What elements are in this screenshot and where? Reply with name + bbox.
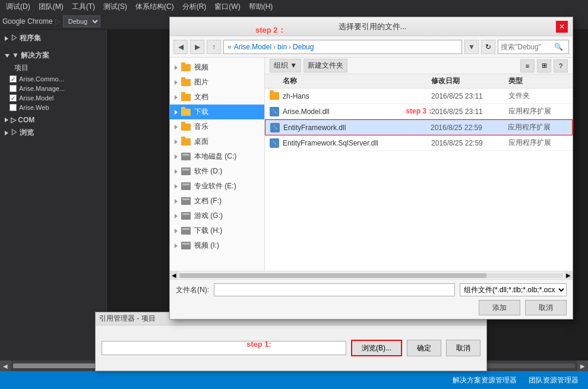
- file-row-0[interactable]: zh-Hans 2016/8/25 23:11 文件夹: [265, 88, 573, 104]
- search-box: 🔍: [498, 40, 569, 54]
- sidebar-ref-item-3[interactable]: ✓ Arise.Web: [5, 103, 106, 112]
- address-part-0[interactable]: Arise.Model: [234, 43, 271, 51]
- nav-item-f[interactable]: 文档 (F:): [170, 194, 264, 208]
- nav-item-h[interactable]: 下载 (H:): [170, 223, 264, 238]
- dialog-scroll-left[interactable]: ◀: [170, 271, 178, 280]
- col-type[interactable]: 类型: [508, 76, 568, 86]
- status-team-mgr[interactable]: 团队资源管理器: [524, 374, 583, 387]
- nav-item-i[interactable]: 视频 (I:): [170, 238, 264, 253]
- file-row-1[interactable]: 🔧 Arise.Model.dll step 3： 2016/8/25 23:1…: [265, 104, 573, 119]
- scroll-left-btn[interactable]: ◀: [0, 360, 11, 371]
- programs-label: ▷ 程序集: [11, 33, 41, 43]
- file-name-3: EntityFramework.SqlServer.dll: [283, 139, 431, 147]
- nav-expand-icon-i: [175, 243, 178, 248]
- dialog-close-button[interactable]: ✕: [556, 21, 568, 33]
- sidebar-solution: ▼ 解决方案 项目 ✓ Arise.Commo... ✓ Arise.Manag…: [0, 47, 106, 141]
- step3-inline-label: step 3：: [406, 106, 434, 116]
- file-name-0: zh-Hans: [283, 92, 431, 100]
- nav-expand-icon-h: [175, 229, 178, 233]
- ref-dialog: 引用管理器 - 项目 浏览(B)... 确定 取消: [95, 312, 487, 371]
- status-bar: 解决方案资源管理器 团队资源管理器: [0, 371, 588, 389]
- nav-item-videos[interactable]: 视频: [170, 60, 264, 75]
- scroll-right-btn[interactable]: ▶: [577, 360, 588, 371]
- cancel-button[interactable]: 取消: [525, 300, 567, 315]
- file-row-2[interactable]: 🔧 EntityFramework.dll 2016/8/25 22:59 应用…: [265, 119, 573, 135]
- nav-item-desktop[interactable]: 桌面: [170, 134, 264, 149]
- disk-icon-e: [181, 182, 191, 190]
- ref-item-name-0: Arise.Commo...: [19, 75, 64, 83]
- confirm-button[interactable]: 确定: [407, 340, 441, 356]
- menu-analysis[interactable]: 分析(R): [179, 1, 210, 13]
- sidebar-ref-item-1[interactable]: ✓ Arise.Manage...: [5, 84, 106, 93]
- sidebar-ref-item-0[interactable]: ✓ Arise.Commo...: [5, 74, 106, 84]
- sidebar-ref-item-2[interactable]: ✓ Arise.Model: [5, 93, 106, 103]
- refresh-button[interactable]: ↻: [481, 40, 495, 54]
- menu-team[interactable]: 团队(M): [35, 1, 67, 13]
- checkbox-0[interactable]: ✓: [10, 75, 17, 83]
- dialog-scrollbar-thumb[interactable]: [179, 273, 486, 278]
- menu-debug[interactable]: 调试(D): [2, 1, 34, 13]
- menu-test[interactable]: 测试(S): [100, 1, 131, 13]
- nav-item-pictures[interactable]: 图片: [170, 75, 264, 90]
- file-name-1: Arise.Model.dll: [283, 107, 403, 116]
- filename-input[interactable]: [214, 283, 455, 296]
- address-arrow-1: ›: [273, 43, 276, 51]
- nav-expand-icon-downloads: [175, 110, 178, 115]
- nav-item-d[interactable]: 软件 (D:): [170, 164, 264, 179]
- search-input[interactable]: [501, 43, 554, 51]
- config-select[interactable]: Debug: [63, 15, 100, 27]
- programs-expand-icon: [5, 36, 8, 41]
- address-arrow-2: ›: [289, 43, 291, 51]
- disk-icon-d: [181, 167, 191, 175]
- col-name[interactable]: 名称: [283, 76, 431, 86]
- browse-button[interactable]: 浏览(B)...: [351, 340, 402, 356]
- dialog-scroll-right[interactable]: ▶: [564, 271, 573, 280]
- menu-help[interactable]: 帮助(H): [245, 1, 277, 13]
- sidebar-item-browse[interactable]: ▷ 浏览: [0, 126, 106, 139]
- ref-cancel-button[interactable]: 取消: [446, 340, 480, 356]
- checkbox-1[interactable]: ✓: [10, 85, 17, 92]
- ref-input[interactable]: [102, 341, 346, 355]
- help-button[interactable]: ?: [554, 59, 568, 72]
- menu-arch[interactable]: 体系结构(C): [132, 1, 178, 13]
- sidebar-item-solution[interactable]: ▼ 解决方案: [0, 49, 106, 62]
- add-button[interactable]: 添加: [479, 300, 520, 315]
- view-list-button[interactable]: ≡: [520, 59, 535, 72]
- nav-item-docs[interactable]: 文档: [170, 90, 264, 105]
- filetype-select[interactable]: 组件文件(*.dll;*.tlb;*.olb;*.ocx;: [460, 283, 567, 296]
- organize-button[interactable]: 组织 ▼: [270, 59, 301, 72]
- nav-item-g[interactable]: 游戏 (G:): [170, 208, 264, 223]
- address-part-2[interactable]: Debug: [293, 43, 314, 51]
- nav-label-h: 下载 (H:): [194, 226, 222, 236]
- dialog-filelist: 组织 ▼ 新建文件夹 ≡ ⊞ ? 名称 修改日期 类型: [265, 58, 573, 271]
- address-part-1[interactable]: bin: [277, 43, 287, 51]
- sidebar-item-com[interactable]: ▷ COM: [0, 115, 106, 125]
- nav-item-c[interactable]: 本地磁盘 (C:): [170, 149, 264, 164]
- col-date[interactable]: 修改日期: [431, 76, 508, 86]
- forward-button[interactable]: ▶: [190, 40, 204, 54]
- folder-icon-music: [181, 124, 191, 131]
- menu-window[interactable]: 窗口(W): [211, 1, 244, 13]
- sidebar-item-programs[interactable]: ▷ 程序集: [0, 32, 106, 45]
- sidebar-item-project[interactable]: 项目: [0, 62, 106, 74]
- file-date-2: 2016/8/25 22:59: [431, 124, 508, 132]
- nav-item-downloads[interactable]: 下载: [170, 105, 264, 119]
- address-separator-icon: «: [227, 43, 232, 51]
- new-folder-button[interactable]: 新建文件夹: [304, 59, 347, 72]
- menu-tools[interactable]: 工具(T): [68, 1, 99, 13]
- checkbox-2[interactable]: ✓: [10, 94, 17, 102]
- folder-icon-docs: [181, 94, 191, 101]
- nav-item-music[interactable]: 音乐: [170, 119, 264, 134]
- nav-label-i: 视频 (I:): [194, 241, 219, 251]
- up-button[interactable]: ↑: [207, 40, 221, 54]
- back-button[interactable]: ◀: [173, 40, 188, 54]
- checkbox-3[interactable]: ✓: [10, 104, 17, 111]
- file-row-3[interactable]: 🔧 EntityFramework.SqlServer.dll 2016/8/2…: [265, 135, 573, 151]
- file-name-2: EntityFramework.dll: [283, 124, 431, 132]
- nav-label-music: 音乐: [194, 122, 208, 132]
- folder-icon-desktop: [181, 138, 191, 146]
- address-dropdown-button[interactable]: ▼: [464, 40, 479, 54]
- view-details-button[interactable]: ⊞: [537, 59, 551, 72]
- nav-item-e[interactable]: 专业软件 (E:): [170, 179, 264, 194]
- status-solution-mgr[interactable]: 解决方案资源管理器: [448, 374, 521, 387]
